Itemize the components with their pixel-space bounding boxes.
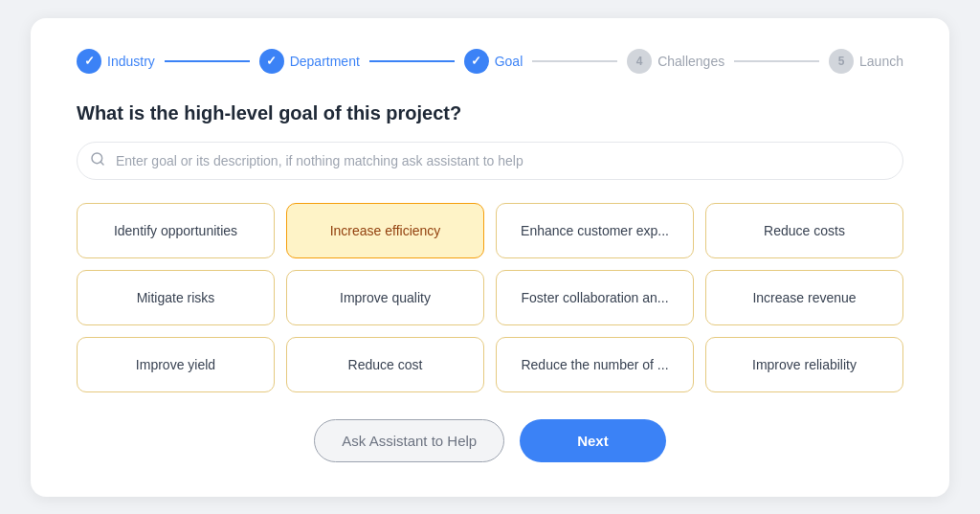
goal-btn-identify-opportunities[interactable]: Identify opportunities — [77, 203, 275, 258]
goal-btn-improve-yield[interactable]: Improve yield — [77, 337, 275, 392]
goal-btn-foster-collaboration[interactable]: Foster collaboration an... — [496, 270, 694, 325]
step-line-4 — [734, 60, 819, 62]
step-circle-challenges: 4 — [627, 49, 652, 74]
goal-btn-enhance-customer-exp[interactable]: Enhance customer exp... — [496, 203, 694, 258]
bottom-row: Ask Assistant to Help Next — [77, 419, 903, 462]
step-circle-goal: ✓ — [464, 49, 489, 74]
step-circle-department: ✓ — [259, 49, 284, 74]
stepper: ✓ Industry ✓ Department ✓ Goal 4 Challen… — [77, 49, 903, 74]
step-label-industry: Industry — [107, 54, 155, 69]
goal-btn-increase-efficiency[interactable]: Increase efficiency — [286, 203, 484, 258]
search-wrapper — [77, 142, 903, 180]
next-button[interactable]: Next — [520, 419, 666, 462]
step-number-challenges: 4 — [636, 55, 643, 68]
step-label-department: Department — [290, 54, 360, 69]
step-label-goal: Goal — [495, 54, 523, 69]
step-circle-launch: 5 — [829, 49, 854, 74]
page-title: What is the high-level goal of this proj… — [77, 102, 903, 124]
goal-btn-increase-revenue[interactable]: Increase revenue — [705, 270, 903, 325]
step-launch: 5 Launch — [829, 49, 903, 74]
goals-grid: Identify opportunitiesIncrease efficienc… — [77, 203, 903, 392]
step-department: ✓ Department — [259, 49, 360, 74]
goal-btn-improve-quality[interactable]: Improve quality — [286, 270, 484, 325]
check-icon-2: ✓ — [266, 54, 277, 68]
goal-btn-improve-reliability[interactable]: Improve reliability — [705, 337, 903, 392]
step-line-1 — [165, 60, 250, 62]
step-line-2 — [369, 60, 455, 62]
svg-line-1 — [100, 162, 103, 165]
main-container: ✓ Industry ✓ Department ✓ Goal 4 Challen… — [31, 18, 949, 497]
step-challenges: 4 Challenges — [627, 49, 724, 74]
step-label-challenges: Challenges — [657, 54, 724, 69]
step-industry: ✓ Industry — [77, 49, 155, 74]
goal-search-input[interactable] — [77, 142, 903, 180]
step-label-launch: Launch — [859, 54, 903, 69]
goal-btn-reduce-cost[interactable]: Reduce cost — [286, 337, 484, 392]
goal-btn-reduce-costs[interactable]: Reduce costs — [705, 203, 903, 258]
step-goal: ✓ Goal — [464, 49, 523, 74]
goal-btn-reduce-the-number-of[interactable]: Reduce the number of ... — [496, 337, 694, 392]
step-circle-industry: ✓ — [77, 49, 101, 74]
check-icon-3: ✓ — [471, 54, 481, 68]
step-line-3 — [532, 60, 617, 62]
goal-btn-mitigate-risks[interactable]: Mitigate risks — [77, 270, 275, 325]
step-number-launch: 5 — [838, 55, 845, 68]
check-icon: ✓ — [84, 54, 95, 68]
ask-assistant-button[interactable]: Ask Assistant to Help — [314, 419, 504, 462]
search-icon — [90, 151, 105, 170]
